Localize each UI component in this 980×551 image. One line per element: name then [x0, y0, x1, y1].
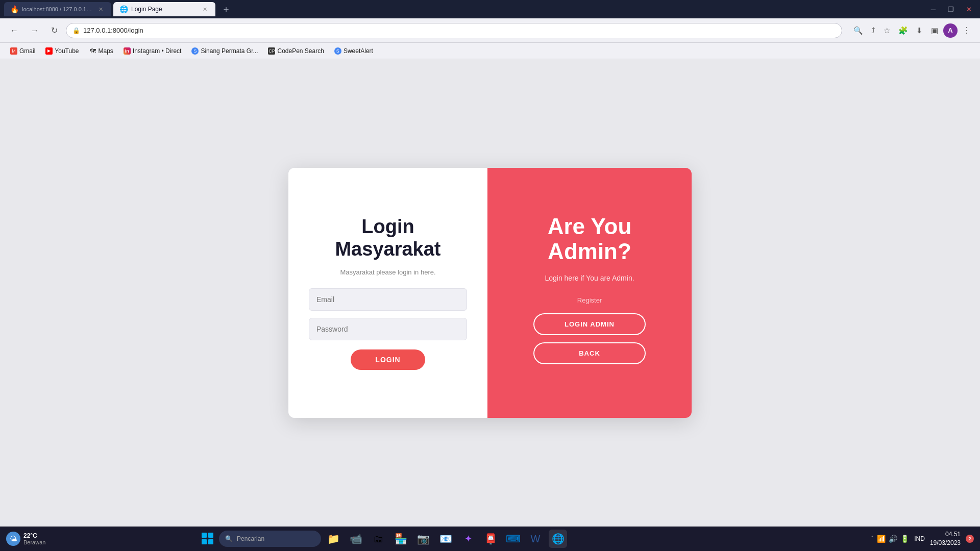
start-button[interactable] — [200, 531, 216, 547]
download-button[interactable]: ⬇ — [913, 23, 926, 38]
language-text: IND — [914, 535, 925, 542]
browser-navbar: ← → ↻ 🔒 127.0.0.1:8000/login 🔍 ⤴ ☆ 🧩 ⬇ ▣… — [0, 18, 980, 43]
browser-titlebar: 🔥 localhost:8080 / 127.0.0.1 / ukk | ✕ 🌐… — [0, 0, 980, 18]
tab-add-button[interactable]: ＋ — [217, 1, 235, 17]
notification-badge[interactable]: 2 — [966, 535, 974, 543]
bookmark-youtube-label: YouTube — [55, 47, 79, 55]
bookmark-codepen-label: CodePen Search — [277, 47, 324, 55]
tab-close-active[interactable]: ✕ — [201, 5, 209, 14]
bookmark-star-button[interactable]: ☆ — [880, 23, 893, 38]
close-button[interactable]: ✕ — [962, 4, 976, 15]
minimize-button[interactable]: ─ — [927, 4, 940, 15]
weather-condition: Berawan — [23, 539, 45, 545]
sinang-icon: S — [191, 47, 199, 55]
sweetalert-icon: S — [334, 47, 341, 55]
login-admin-button[interactable]: LOGIN ADMIN — [533, 313, 646, 335]
time-display[interactable]: 04.51 19/03/2023 — [930, 530, 961, 547]
forward-nav-button[interactable]: → — [27, 24, 43, 37]
login-title: Login Masyarakat — [335, 216, 440, 260]
bookmark-sinang[interactable]: S Sinang Permata Gr... — [187, 46, 262, 56]
weather-icon: 🌤 — [6, 532, 20, 546]
login-subtitle: Masyarakat please login in here. — [340, 268, 435, 276]
system-tray: ˄ 📶 🔊 🔋 — [871, 535, 909, 543]
bookmark-sinang-label: Sinang Permata Gr... — [201, 47, 258, 55]
taskbar-right: ˄ 📶 🔊 🔋 IND 04.51 19/03/2023 2 — [871, 530, 974, 547]
taskbar-app-explorer[interactable]: 🗂 — [369, 530, 387, 548]
right-panel: Are You Admin? Login here if You are Adm… — [487, 168, 692, 418]
window-controls: ─ ❐ ✕ — [927, 4, 976, 15]
speaker-icon: 🔊 — [889, 535, 897, 543]
bookmark-instagram[interactable]: In Instagram • Direct — [119, 46, 186, 56]
search-nav-button[interactable]: 🔍 — [850, 23, 866, 38]
taskbar-app-word[interactable]: W — [526, 530, 545, 548]
taskbar-search[interactable]: 🔍 Pencarian — [219, 531, 321, 547]
address-bar[interactable]: 🔒 127.0.0.1:8000/login — [66, 23, 842, 38]
bookmark-sweetalert-label: SweetAlert — [344, 47, 373, 55]
search-placeholder: Pencarian — [237, 535, 264, 542]
taskbar-app-chrome[interactable]: 🌐 — [549, 530, 567, 548]
nav-actions: 🔍 ⤴ ☆ 🧩 ⬇ ▣ A ⋮ — [850, 23, 974, 38]
bookmarks-bar: M Gmail ▶ YouTube 🗺 Maps In Instagram • … — [0, 43, 980, 59]
profile-avatar-button[interactable]: A — [943, 23, 958, 38]
gmail-icon: M — [10, 47, 17, 55]
weather-temp: 22°C — [23, 532, 45, 539]
bookmark-maps-label: Maps — [99, 47, 113, 55]
bookmark-maps[interactable]: 🗺 Maps — [85, 46, 117, 56]
left-panel: Login Masyarakat Masyarakat please login… — [288, 168, 487, 418]
lock-icon: 🔒 — [72, 27, 80, 34]
bookmark-youtube[interactable]: ▶ YouTube — [41, 46, 83, 56]
weather-info: 22°C Berawan — [23, 532, 45, 545]
admin-heading: Are You Admin? — [548, 214, 632, 264]
taskbar: 🌤 22°C Berawan 🔍 Pencarian 📁 📹 — [0, 527, 980, 551]
tab-close-inactive[interactable]: ✕ — [96, 5, 105, 14]
bookmark-sweetalert[interactable]: S SweetAlert — [330, 46, 377, 56]
network-icon: 📶 — [877, 535, 886, 543]
bookmark-gmail-label: Gmail — [19, 47, 35, 55]
login-card: Login Masyarakat Masyarakat please login… — [288, 168, 692, 418]
email-input[interactable] — [309, 288, 467, 311]
taskbar-apps: 📁 📹 🗂 🏪 📷 📧 ✦ 📮 ⌨ — [324, 530, 567, 548]
taskbar-app-vscode[interactable]: ⌨ — [504, 530, 522, 548]
browser-menu-button[interactable]: ⋮ — [960, 23, 974, 38]
back-nav-button[interactable]: ← — [6, 24, 22, 37]
reload-button[interactable]: ↻ — [47, 23, 62, 37]
taskbar-app-teams[interactable]: 📹 — [347, 530, 365, 548]
weather-widget: 🌤 22°C Berawan — [6, 532, 45, 546]
share-button[interactable]: ⤴ — [868, 23, 878, 38]
taskbar-center: 🔍 Pencarian 📁 📹 🗂 🏪 📷 📧 ✦ — [200, 530, 567, 548]
clock-time: 04.51 — [930, 530, 961, 539]
taskbar-app-camera[interactable]: 📷 — [414, 530, 432, 548]
windows-icon — [202, 533, 214, 545]
sidebar-toggle-button[interactable]: ▣ — [928, 23, 941, 38]
tab-inactive-1[interactable]: 🔥 localhost:8080 / 127.0.0.1 / ukk | ✕ — [4, 2, 111, 16]
instagram-icon: In — [124, 47, 131, 55]
taskbar-app-postman[interactable]: 📮 — [481, 530, 500, 548]
extensions-button[interactable]: 🧩 — [895, 23, 911, 38]
tab-active-label: Login Page — [131, 6, 162, 13]
codepen-icon: CP — [268, 47, 275, 55]
login-button[interactable]: LOGIN — [351, 349, 425, 370]
language-indicator[interactable]: IND — [914, 535, 925, 542]
clock-date: 19/03/2023 — [930, 539, 961, 547]
bookmark-gmail[interactable]: M Gmail — [6, 46, 39, 56]
admin-subtitle: Login here if You are Admin. — [545, 274, 634, 282]
maps-icon: 🗺 — [89, 47, 96, 55]
taskbar-app-figma[interactable]: ✦ — [459, 530, 477, 548]
tab-active[interactable]: 🌐 Login Page ✕ — [113, 2, 215, 16]
restore-button[interactable]: ❐ — [944, 4, 958, 15]
register-link[interactable]: Register — [577, 296, 602, 304]
browser-content: Login Masyarakat Masyarakat please login… — [0, 59, 980, 527]
address-text: 127.0.0.1:8000/login — [83, 27, 143, 34]
tab-inactive-label: localhost:8080 / 127.0.0.1 / ukk | — [22, 6, 93, 12]
bookmark-instagram-label: Instagram • Direct — [133, 47, 182, 55]
battery-icon: 🔋 — [900, 535, 909, 543]
bookmark-codepen[interactable]: CP CodePen Search — [264, 46, 328, 56]
search-icon: 🔍 — [225, 535, 233, 542]
back-button[interactable]: BACK — [533, 342, 646, 364]
tray-arrow-up[interactable]: ˄ — [871, 535, 874, 542]
youtube-icon: ▶ — [45, 47, 53, 55]
taskbar-app-mail[interactable]: 📧 — [436, 530, 455, 548]
taskbar-app-store[interactable]: 🏪 — [391, 530, 410, 548]
taskbar-app-files[interactable]: 📁 — [324, 530, 342, 548]
password-input[interactable] — [309, 318, 467, 340]
